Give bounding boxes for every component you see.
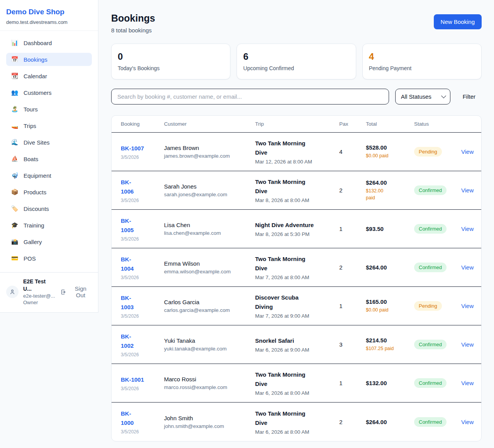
table-row: BK-10013/5/2026 Marco Rossimarco.rossi@e…: [112, 364, 481, 403]
view-link[interactable]: View: [461, 187, 474, 194]
sidebar-item-label: Dashboard: [24, 40, 52, 46]
sidebar-item-dashboard[interactable]: 📊Dashboard: [6, 36, 92, 49]
trip-name: Snorkel Safari: [255, 336, 339, 345]
user-name: E2E Test U...: [23, 278, 56, 293]
sidebar-item-training[interactable]: 🎓Training: [6, 219, 92, 232]
customer-email: yuki.tanaka@example.com: [164, 346, 255, 352]
brand-block: Demo Dive Shop demo.test.divestreams.com: [0, 0, 98, 31]
view-link[interactable]: View: [461, 303, 474, 309]
sidebar-item-label: Trips: [24, 123, 36, 129]
sidebar-item-pos[interactable]: 💳POS: [6, 252, 92, 265]
stat-value: 0: [118, 51, 224, 62]
sidebar-nav: 📊Dashboard 📅Bookings 📆Calendar 👥Customer…: [0, 31, 98, 272]
sidebar-item-label: Tours: [24, 106, 38, 113]
view-link[interactable]: View: [461, 341, 474, 348]
sidebar-item-label: Training: [24, 222, 44, 229]
col-header-pax: Pax: [339, 121, 366, 127]
sidebar-item-trips[interactable]: 🚤Trips: [6, 119, 92, 132]
booking-id-link[interactable]: BK- 1002: [121, 332, 164, 350]
stat-label: Today's Bookings: [118, 65, 224, 71]
customer-email: lisa.chen@example.com: [164, 230, 255, 236]
new-booking-button[interactable]: New Booking: [434, 14, 482, 29]
pax-count: 1: [339, 380, 366, 386]
sidebar-item-boats[interactable]: ⛵Boats: [6, 152, 92, 165]
booking-id-link[interactable]: BK- 1005: [121, 216, 164, 235]
total-amount: $264.00: [366, 264, 414, 271]
col-header-trip: Trip: [255, 121, 339, 127]
view-link[interactable]: View: [461, 419, 474, 425]
person-icon: [9, 289, 15, 295]
sidebar-item-products[interactable]: 📦Products: [6, 185, 92, 199]
sidebar-item-calendar[interactable]: 📆Calendar: [6, 69, 92, 83]
credit-card-icon: 💳: [11, 255, 19, 262]
logout-icon: [60, 289, 67, 295]
paid-amount: $132.00 paid: [366, 187, 414, 201]
stat-value: 6: [243, 51, 349, 62]
view-link[interactable]: View: [461, 380, 474, 386]
col-header-customer: Customer: [164, 121, 255, 127]
view-link[interactable]: View: [461, 264, 474, 271]
booking-id-link[interactable]: BK- 1000: [121, 409, 164, 428]
sidebar-item-gallery[interactable]: 📸Gallery: [6, 235, 92, 248]
col-header-booking: Booking: [121, 121, 164, 127]
booking-date: 3/5/2026: [121, 155, 164, 160]
sidebar-item-customers[interactable]: 👥Customers: [6, 86, 92, 99]
customers-icon: 👥: [11, 89, 19, 96]
sidebar-item-equipment[interactable]: 🤿Equipment: [6, 169, 92, 182]
booking-date: 3/5/2026: [121, 236, 164, 242]
status-select-wrap: All Statuses: [395, 89, 450, 104]
island-icon: 🏝️: [11, 106, 19, 113]
view-link[interactable]: View: [461, 148, 474, 155]
sidebar-item-tours[interactable]: 🏝️Tours: [6, 103, 92, 116]
pax-count: 1: [339, 226, 366, 232]
stat-label: Pending Payment: [369, 65, 475, 71]
trip-datetime: Mar 6, 2026 at 8:00 AM: [255, 429, 339, 435]
customer-name: Lisa Chen: [164, 222, 255, 228]
table-header-row: Booking Customer Trip Pax Total Status: [112, 116, 481, 133]
tag-icon: 🏷️: [11, 205, 19, 212]
paid-amount: $107.25 paid: [366, 345, 414, 352]
speedboat-icon: 🚤: [11, 122, 19, 129]
sidebar-item-discounts[interactable]: 🏷️Discounts: [6, 202, 92, 215]
trip-name: Two Tank Morning Dive: [255, 254, 339, 273]
customer-email: james.brown@example.com: [164, 153, 255, 159]
customer-email: john.smith@example.com: [164, 423, 255, 429]
sidebar-item-dive-sites[interactable]: 🌊Dive Sites: [6, 136, 92, 149]
filter-button[interactable]: Filter: [463, 93, 475, 100]
page-title: Bookings: [111, 13, 155, 24]
total-amount: $132.00: [366, 380, 414, 386]
paid-amount: $0.00 paid: [366, 152, 414, 159]
sidebar-item-label: Products: [24, 189, 46, 195]
booking-id-link[interactable]: BK- 1003: [121, 293, 164, 312]
stats-row: 0 Today's Bookings 6 Upcoming Confirmed …: [111, 44, 482, 79]
sign-out-button[interactable]: Sign Out: [60, 285, 92, 298]
total-amount: $264.00: [366, 419, 414, 425]
trip-name: Two Tank Morning Dive: [255, 139, 339, 157]
total-amount: $528.00: [366, 144, 414, 151]
stat-card-pending-payment: 4 Pending Payment: [362, 44, 482, 79]
status-select[interactable]: All Statuses: [395, 89, 450, 104]
stat-card-todays-bookings: 0 Today's Bookings: [111, 44, 230, 79]
trip-datetime: Mar 12, 2026 at 8:00 AM: [255, 159, 339, 165]
user-role: Owner: [23, 299, 56, 306]
trip-name: Two Tank Morning Dive: [255, 177, 339, 196]
booking-id-link[interactable]: BK-1001: [121, 375, 164, 384]
customer-name: Carlos Garcia: [164, 299, 255, 305]
page-subtitle: 8 total bookings: [111, 27, 155, 34]
booking-date: 3/5/2026: [121, 198, 164, 203]
search-input[interactable]: [111, 89, 389, 104]
total-amount: $93.50: [366, 226, 414, 232]
sidebar-item-label: Dive Sites: [24, 139, 50, 146]
booking-id-link[interactable]: BK- 1004: [121, 255, 164, 273]
brand-domain: demo.test.divestreams.com: [6, 19, 92, 25]
trip-name: Discover Scuba Diving: [255, 293, 339, 312]
trip-datetime: Mar 7, 2026 at 9:00 AM: [255, 313, 339, 319]
sidebar: Demo Dive Shop demo.test.divestreams.com…: [0, 0, 98, 313]
trip-datetime: Mar 7, 2026 at 8:00 AM: [255, 275, 339, 280]
booking-id-link[interactable]: BK- 1006: [121, 178, 164, 196]
view-link[interactable]: View: [461, 226, 474, 232]
sidebar-item-bookings[interactable]: 📅Bookings: [6, 53, 92, 66]
customer-name: Emma Wilson: [164, 260, 255, 267]
booking-id-link[interactable]: BK-1007: [121, 144, 164, 153]
table-row: BK- 10063/5/2026 Sarah Jonessarah.jones@…: [112, 171, 481, 210]
